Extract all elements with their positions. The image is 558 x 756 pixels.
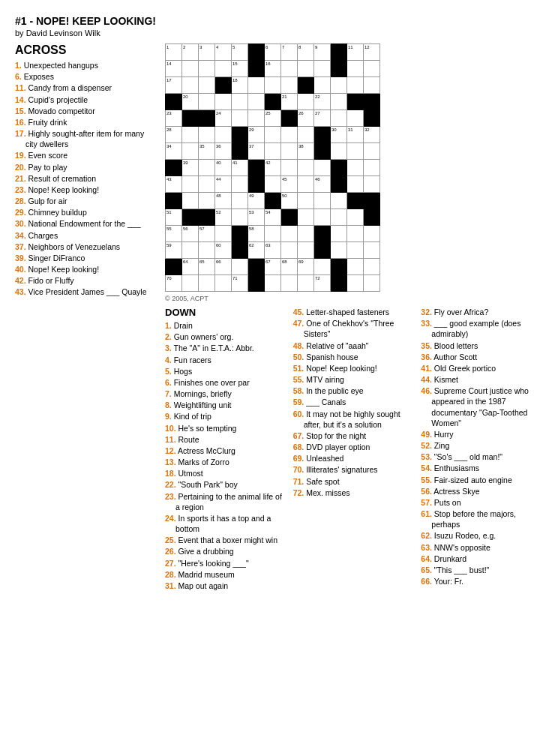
down-clue-item: 10. He's so tempting	[165, 423, 287, 434]
down-clues-list: 1. Drain2. Gun owners' org.3. The "A" in…	[165, 320, 287, 591]
grid-cell	[248, 259, 265, 275]
grid-cell	[314, 259, 331, 275]
clue-number: 61.	[421, 509, 432, 518]
clue-number: 53.	[421, 452, 432, 461]
clue-number: 55.	[421, 476, 432, 484]
grid-cell	[331, 44, 347, 61]
cell-number: 70	[166, 276, 172, 280]
grid-cell: 46	[314, 176, 331, 193]
grid-cell	[232, 110, 248, 127]
cell-number: 69	[298, 260, 304, 264]
clue-number: 70.	[293, 465, 304, 474]
grid-cell	[199, 193, 215, 209]
clue-number: 60.	[293, 410, 304, 418]
cell-number: 3	[200, 45, 202, 50]
clue-number: 6.	[15, 72, 22, 81]
grid-cell	[215, 275, 232, 292]
clue-number: 58.	[293, 386, 304, 395]
grid-cell: 62	[248, 242, 265, 259]
copyright: © 2005, ACPT	[165, 295, 543, 302]
across-clue-item: 20. Pay to play	[15, 162, 158, 172]
across-clues-list: 1. Unexpected hangups6. Exposes11. Candy…	[15, 60, 158, 298]
grid-cell: 69	[298, 259, 314, 275]
cell-number: 45	[282, 177, 287, 182]
grid-cell	[199, 110, 215, 127]
grid-cell	[281, 226, 298, 242]
grid-cell	[331, 242, 347, 259]
across-clue-item: 16. Fruity drink	[15, 117, 158, 128]
grid-cell	[298, 77, 314, 94]
clue-number: 11.	[165, 435, 176, 444]
down-clue-item: 63. NNW's opposite	[421, 542, 543, 553]
grid-cell	[166, 94, 182, 110]
grid-cell	[232, 259, 248, 275]
grid-cell	[314, 242, 331, 259]
grid-cell: 3	[199, 44, 215, 61]
grid-cell: 55	[166, 226, 182, 242]
grid-cell: 50	[281, 193, 298, 209]
grid-cell	[281, 77, 298, 94]
down-clue-item: 1. Drain	[165, 320, 287, 331]
grid-cell: 65	[199, 259, 215, 275]
grid-cell	[347, 143, 364, 160]
grid-cell	[331, 226, 347, 242]
grid-cell	[182, 209, 199, 226]
down-clue-item: 27. "Here's looking ___"	[165, 558, 287, 568]
grid-cell: 7	[281, 44, 298, 61]
grid-cell	[364, 259, 380, 275]
cell-number: 50	[282, 194, 287, 198]
down-clue-item: 36. Author Scott	[421, 352, 543, 362]
cell-number: 21	[282, 94, 287, 99]
grid-cell	[248, 176, 265, 193]
grid-cell	[199, 176, 215, 193]
clue-number: 3.	[165, 344, 172, 352]
down-clue-item: 54. Enthusiasms	[421, 463, 543, 473]
grid-cell	[215, 226, 232, 242]
grid-cell: 20	[182, 94, 199, 110]
clue-number: 65.	[421, 566, 432, 574]
grid-cell: 67	[265, 259, 281, 275]
down-clue-item: 49. Hurry	[421, 429, 543, 440]
grid-cell	[232, 193, 248, 209]
grid-cell: 28	[166, 127, 182, 143]
across-clue-item: 34. Charges	[15, 230, 158, 241]
down-clue-item: 22. "South Park" boy	[165, 479, 287, 490]
grid-cell: 6	[265, 44, 281, 61]
grid-cell	[331, 143, 347, 160]
grid-cell	[248, 61, 265, 77]
clue-number: 32.	[421, 308, 432, 316]
across-clue-item: 55. MTV airing	[293, 374, 416, 385]
cell-number: 25	[266, 111, 271, 116]
across-extra-clues-list: 45. Letter-shaped fasteners47. One of Ch…	[293, 307, 416, 498]
grid-cell	[248, 94, 265, 110]
clue-number: 35.	[421, 341, 432, 350]
cell-number: 46	[315, 177, 320, 182]
grid-cell	[364, 209, 380, 226]
clue-number: 27.	[165, 559, 176, 568]
cell-number: 62	[249, 243, 254, 248]
cell-number: 5	[232, 45, 235, 50]
cell-number: 28	[166, 128, 172, 132]
cell-number: 66	[216, 260, 221, 264]
grid-cell	[298, 193, 314, 209]
clue-number: 15.	[15, 106, 26, 116]
down-clue-item: 5. Hogs	[165, 366, 287, 376]
grid-cell	[314, 226, 331, 242]
clue-number: 30.	[15, 219, 26, 228]
grid-cell	[314, 127, 331, 143]
grid-cell	[265, 94, 281, 110]
grid-cell: 56	[182, 226, 199, 242]
grid-cell	[199, 209, 215, 226]
grid-cell	[364, 226, 380, 242]
grid-cell: 25	[265, 110, 281, 127]
grid-cell: 15	[232, 61, 248, 77]
clue-number: 54.	[421, 464, 432, 472]
clue-number: 23.	[165, 492, 176, 501]
across-clue-item: 68. DVD player option	[293, 442, 416, 452]
grid-cell	[298, 275, 314, 292]
grid-cell: 35	[199, 143, 215, 160]
grid-cell	[215, 94, 232, 110]
grid-cell	[331, 275, 347, 292]
clue-number: 63.	[421, 543, 432, 552]
grid-cell: 1	[166, 44, 182, 61]
